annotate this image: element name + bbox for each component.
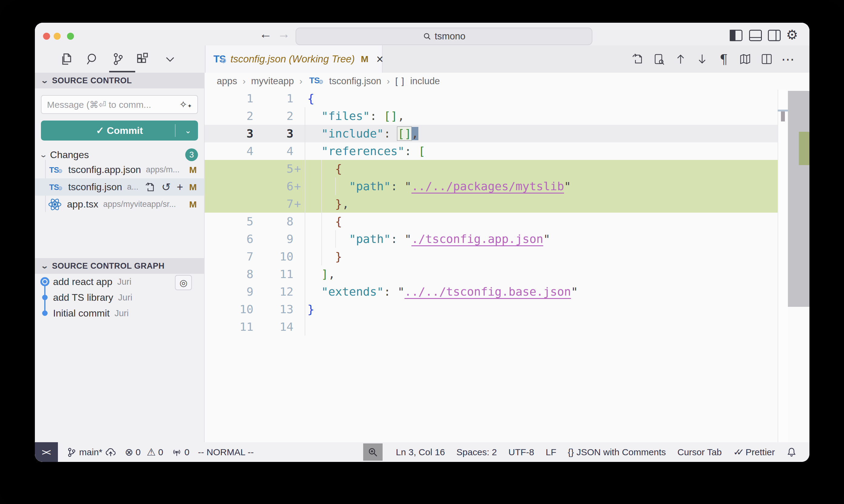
split-editor-icon[interactable] <box>760 52 773 66</box>
file-name: app.tsx <box>67 199 98 210</box>
problems-indicator[interactable]: ⊗ 0 ⚠ 0 <box>125 446 163 458</box>
map-icon[interactable] <box>739 52 752 66</box>
source-control-view-icon[interactable] <box>110 52 125 67</box>
change-row-tsconfig-app[interactable]: TS⚙ tsconfig.app.json apps/m... M <box>35 161 204 178</box>
breadcrumb-separator: › <box>243 76 245 86</box>
code-text: "include": [], <box>307 125 418 142</box>
code-line[interactable]: 33 "include": [], <box>205 125 788 142</box>
modified-line-number: 10 <box>259 248 293 265</box>
source-control-sidebar: ⌄ SOURCE CONTROL Message (⌘⏎ to comm... … <box>35 73 205 442</box>
braces-icon: {} <box>568 447 574 457</box>
commit-row[interactable]: Initial commit Juri <box>35 305 204 321</box>
code-line[interactable]: 44 "references": [ <box>205 142 788 160</box>
modified-line-number: 2 <box>259 107 293 125</box>
close-window-button[interactable] <box>43 33 50 40</box>
breadcrumb: apps › myviteapp › TS⚙ tsconfig.json › [… <box>205 73 809 90</box>
toggle-primary-sidebar-icon[interactable] <box>729 29 743 42</box>
navigate-back-button[interactable]: ← <box>259 26 272 41</box>
toggle-panel-icon[interactable] <box>748 29 762 42</box>
open-changes-icon[interactable] <box>631 52 644 66</box>
vim-mode-indicator[interactable]: -- NORMAL -- <box>198 447 254 457</box>
eol-indicator[interactable]: LF <box>546 447 556 457</box>
source-control-section-header[interactable]: ⌄ SOURCE CONTROL <box>35 73 204 88</box>
warnings-count: 0 <box>158 447 163 457</box>
breadcrumb-myviteapp[interactable]: myviteapp <box>251 76 294 87</box>
cursor-position-indicator[interactable]: Ln 3, Col 16 <box>396 447 445 457</box>
change-row-actions: ↺ + <box>144 182 183 193</box>
code-line[interactable]: 6+ "path": "../../packages/mytslib" <box>205 178 788 195</box>
prettier-indicator[interactable]: ✓✓ Prettier <box>733 447 775 457</box>
notifications-bell-icon[interactable] <box>787 447 797 457</box>
change-row-tsconfig[interactable]: TS⚙ tsconfig.json a... ↺ + M <box>35 178 204 196</box>
diff-editor[interactable]: 11{22 "files": [],33 "include": [],44 "r… <box>205 90 809 442</box>
change-row-app-tsx[interactable]: app.tsx apps/myviteapp/sr... M <box>35 196 204 213</box>
settings-gear-icon[interactable]: ⚙ <box>786 27 798 42</box>
commit-dropdown-chevron-icon[interactable]: ⌄ <box>185 126 191 136</box>
command-center-search[interactable]: tsmono <box>296 28 592 45</box>
explorer-icon[interactable] <box>58 52 74 67</box>
code-line[interactable]: 7+ }, <box>205 195 788 213</box>
commit-row-head[interactable]: add react app Juri ◎ <box>35 274 204 290</box>
head-commit-dot-icon <box>40 277 49 286</box>
find-in-file-icon[interactable] <box>652 52 666 66</box>
code-line[interactable]: 912 "extends": "../../tsconfig.base.json… <box>205 283 788 301</box>
ports-indicator[interactable]: 0 <box>172 447 189 457</box>
code-line[interactable]: 11{ <box>205 90 788 107</box>
changes-section-header[interactable]: ⌄ Changes 3 <box>40 148 198 161</box>
search-view-icon[interactable] <box>85 52 100 67</box>
stage-changes-icon[interactable]: + <box>177 182 183 193</box>
commit-message-placeholder: Message (⌘⏎ to comm... <box>47 100 179 110</box>
discard-changes-icon[interactable]: ↺ <box>161 182 171 193</box>
encoding-indicator[interactable]: UTF-8 <box>509 447 534 457</box>
cursor-tab-indicator[interactable]: Cursor Tab <box>677 447 722 457</box>
file-path: a... <box>127 182 140 192</box>
code-text: "files": [], <box>307 107 404 125</box>
breadcrumb-include[interactable]: include <box>410 76 440 87</box>
toggle-whitespace-icon[interactable]: ¶ <box>717 52 730 66</box>
remote-indicator[interactable]: >< <box>35 442 58 462</box>
extensions-view-icon[interactable] <box>135 52 150 67</box>
commit-message-input[interactable]: Message (⌘⏎ to comm... ✧✦ <box>41 95 198 114</box>
code-line[interactable]: 1114 <box>205 318 788 336</box>
ports-count: 0 <box>184 447 189 457</box>
open-file-icon[interactable] <box>144 182 156 193</box>
warnings-icon: ⚠ <box>147 446 156 458</box>
chevron-down-icon: ⌄ <box>40 76 49 85</box>
breadcrumb-separator: › <box>299 76 303 86</box>
navigate-forward-button[interactable]: → <box>277 26 290 41</box>
language-mode-indicator[interactable]: {} JSON with Comments <box>568 447 666 457</box>
tab-close-icon[interactable]: × <box>376 53 383 65</box>
code-line[interactable]: 58 { <box>205 213 788 230</box>
indentation-indicator[interactable]: Spaces: 2 <box>457 447 497 457</box>
magnifier-plus-icon <box>367 447 379 458</box>
commit-split-divider <box>175 124 175 137</box>
minimap[interactable] <box>778 90 788 442</box>
breadcrumb-apps[interactable]: apps <box>217 76 237 87</box>
maximize-window-button[interactable] <box>67 33 74 40</box>
code-line[interactable]: 5+ { <box>205 160 788 178</box>
editor-more-actions-icon[interactable]: ⋯ <box>781 52 795 66</box>
commit-row[interactable]: add TS library Juri <box>35 290 204 305</box>
code-line[interactable]: 22 "files": [], <box>205 107 788 125</box>
vertical-scrollbar-thumb[interactable] <box>788 91 809 307</box>
code-line[interactable]: 811 ], <box>205 265 788 283</box>
next-change-icon[interactable] <box>695 52 709 66</box>
code-line[interactable]: 1013} <box>205 301 788 318</box>
toggle-secondary-sidebar-icon[interactable] <box>767 29 781 42</box>
previous-change-icon[interactable] <box>674 52 687 66</box>
minimize-window-button[interactable] <box>54 33 61 40</box>
commit-button[interactable]: ✓ Commit ⌄ <box>41 121 198 141</box>
goto-commit-target-icon[interactable]: ◎ <box>175 275 192 290</box>
original-line-number: 9 <box>205 283 254 301</box>
copilot-sparkle-icon[interactable]: ✧✦ <box>179 99 192 110</box>
code-line[interactable]: 710 } <box>205 248 788 265</box>
branch-indicator[interactable]: main* <box>66 447 116 457</box>
breadcrumb-tsconfig[interactable]: tsconfig.json <box>329 76 381 87</box>
graph-section-header[interactable]: ⌄ SOURCE CONTROL GRAPH <box>35 258 204 274</box>
tab-bar: TS⚙ tsconfig.json (Working Tree) M × <box>205 46 809 73</box>
tab-tsconfig-working-tree[interactable]: TS⚙ tsconfig.json (Working Tree) M × <box>205 46 383 73</box>
code-line[interactable]: 69 "path": "./tsconfig.app.json" <box>205 230 788 248</box>
commit-message: add TS library <box>53 292 114 303</box>
views-overflow-chevron-icon[interactable] <box>162 52 178 67</box>
publish-cloud-icon <box>105 447 116 457</box>
